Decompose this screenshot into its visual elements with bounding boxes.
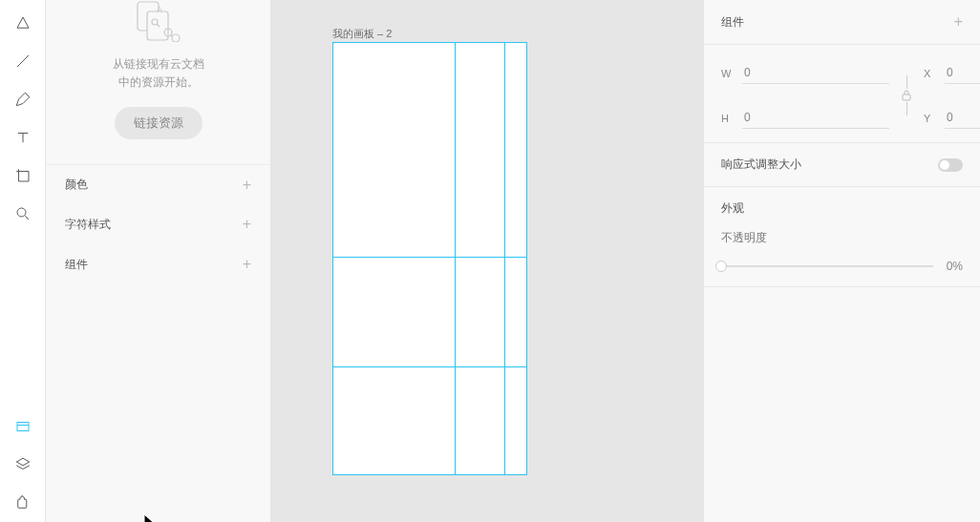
responsive-resize-label: 响应式调整大小 bbox=[721, 157, 801, 173]
svg-rect-3 bbox=[147, 11, 168, 40]
guide-vertical[interactable] bbox=[504, 42, 505, 475]
opacity-value: 0% bbox=[947, 260, 963, 273]
canvas[interactable]: 我的画板 – 2 bbox=[271, 0, 703, 522]
plugins-panel-button[interactable] bbox=[0, 484, 46, 522]
component-section-title: 组件 bbox=[721, 14, 744, 31]
char-styles-label: 字符样式 bbox=[65, 217, 111, 233]
opacity-slider[interactable] bbox=[721, 265, 933, 267]
height-label: H bbox=[721, 113, 733, 124]
width-label: W bbox=[721, 68, 733, 79]
y-input[interactable] bbox=[945, 107, 980, 129]
add-component-instance-button[interactable]: + bbox=[954, 13, 963, 31]
char-styles-section[interactable]: 字符样式 + bbox=[46, 204, 270, 244]
colors-label: 颜色 bbox=[65, 177, 88, 193]
width-input[interactable] bbox=[742, 62, 889, 84]
guide-horizontal[interactable] bbox=[332, 366, 527, 367]
layers-panel-button[interactable] bbox=[0, 446, 46, 484]
tool-rail bbox=[0, 0, 46, 522]
svg-rect-8 bbox=[903, 94, 910, 100]
guide-horizontal[interactable] bbox=[332, 42, 527, 43]
cloud-hint-line2: 中的资源开始。 bbox=[65, 73, 251, 92]
guide-vertical[interactable] bbox=[332, 42, 333, 475]
text-tool[interactable] bbox=[0, 118, 46, 157]
svg-rect-1 bbox=[17, 423, 29, 431]
add-component-button[interactable]: + bbox=[243, 256, 251, 273]
height-input[interactable] bbox=[742, 107, 889, 129]
pen-tool[interactable] bbox=[0, 80, 46, 118]
svg-point-7 bbox=[172, 34, 180, 42]
add-color-button[interactable]: + bbox=[243, 177, 251, 194]
assets-panel: A 从链接现有云文档 中的资源开始。 链接资源 颜色 + 字符样式 + 组件 + bbox=[46, 0, 271, 522]
opacity-label: 不透明度 bbox=[721, 230, 963, 246]
components-section[interactable]: 组件 + bbox=[46, 244, 270, 284]
components-label: 组件 bbox=[65, 257, 88, 273]
inspector-panel: 组件 + W H X bbox=[703, 0, 980, 522]
guide-vertical[interactable] bbox=[526, 42, 527, 475]
cloud-link-icon: A bbox=[65, 0, 251, 42]
svg-point-0 bbox=[17, 208, 26, 217]
line-tool[interactable] bbox=[0, 42, 46, 80]
x-label: X bbox=[924, 68, 935, 79]
guide-horizontal[interactable] bbox=[332, 474, 527, 475]
add-charstyle-button[interactable]: + bbox=[243, 216, 251, 233]
artboard-tool[interactable] bbox=[0, 157, 46, 195]
transform-section: W H X Y bbox=[704, 45, 980, 143]
appearance-title: 外观 bbox=[721, 200, 963, 217]
guide-vertical[interactable] bbox=[455, 42, 456, 475]
guide-horizontal[interactable] bbox=[332, 257, 527, 258]
y-label: Y bbox=[924, 113, 935, 124]
zoom-tool[interactable] bbox=[0, 195, 46, 233]
artboard-title[interactable]: 我的画板 – 2 bbox=[332, 27, 392, 41]
link-assets-button[interactable]: 链接资源 bbox=[115, 107, 202, 139]
cloud-hint-line1: 从链接现有云文档 bbox=[65, 55, 251, 73]
x-input[interactable] bbox=[945, 62, 980, 84]
responsive-resize-toggle[interactable] bbox=[938, 158, 963, 172]
colors-section[interactable]: 颜色 + bbox=[46, 164, 270, 204]
lock-aspect-button[interactable] bbox=[901, 75, 912, 115]
artboard[interactable] bbox=[332, 42, 527, 475]
triangle-tool[interactable] bbox=[0, 4, 46, 42]
libraries-panel-button[interactable] bbox=[0, 407, 46, 446]
svg-text:A: A bbox=[157, 5, 162, 14]
cloud-assets-hint: A 从链接现有云文档 中的资源开始。 链接资源 bbox=[46, 0, 270, 164]
